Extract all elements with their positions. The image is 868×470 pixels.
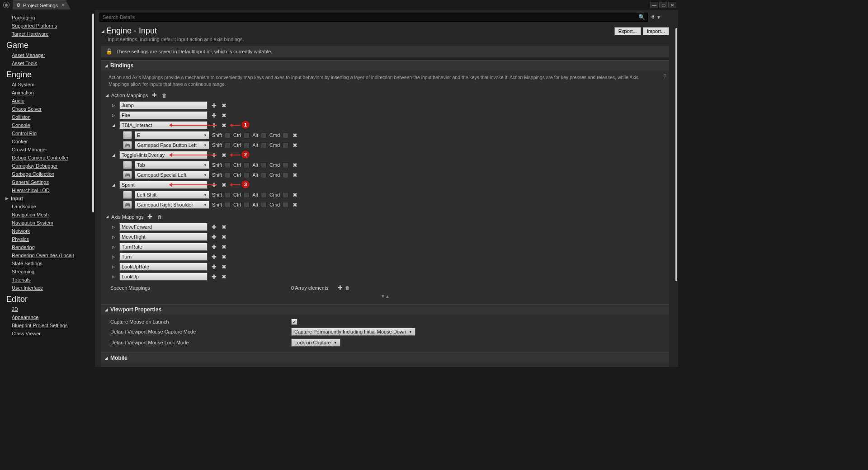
checkbox[interactable]: ✔ bbox=[291, 319, 297, 325]
add-icon[interactable]: ✚ bbox=[210, 102, 217, 109]
sidebar-item-navigation-mesh[interactable]: Navigation Mesh bbox=[6, 211, 95, 219]
key-select[interactable]: Gamepad Special Left▼ bbox=[135, 171, 209, 179]
sidebar-item-gameplay-debugger[interactable]: Gameplay Debugger bbox=[6, 162, 95, 170]
sidebar-item-debug-camera-controller[interactable]: Debug Camera Controller bbox=[6, 154, 95, 162]
keyboard-icon[interactable]: ⌨ bbox=[123, 131, 132, 139]
cmd-checkbox[interactable] bbox=[283, 132, 288, 138]
view-options-icon[interactable]: 👁 ▾ bbox=[651, 14, 660, 20]
sidebar-item-supported-platforms[interactable]: Supported Platforms bbox=[6, 22, 95, 30]
sidebar-item-2d[interactable]: 2D bbox=[6, 305, 95, 313]
add-icon[interactable]: ✚ bbox=[210, 122, 217, 129]
sidebar-item-crowd-manager[interactable]: Crowd Manager bbox=[6, 146, 95, 154]
sidebar-item-asset-tools[interactable]: Asset Tools bbox=[6, 59, 95, 67]
remove-icon[interactable]: ✖ bbox=[291, 132, 298, 139]
sidebar-item-chaos-solver[interactable]: Chaos Solver bbox=[6, 105, 95, 113]
remove-icon[interactable]: ✖ bbox=[220, 122, 227, 129]
remove-icon[interactable]: ✖ bbox=[291, 192, 298, 198]
expand-icon[interactable]: ▷ bbox=[112, 113, 117, 118]
ctrl-checkbox[interactable] bbox=[244, 132, 250, 138]
import-button[interactable]: Import... bbox=[643, 27, 669, 35]
add-icon[interactable]: ✚ bbox=[210, 182, 217, 188]
trash-icon[interactable]: 🗑 bbox=[156, 214, 164, 220]
remove-icon[interactable]: ✖ bbox=[220, 254, 227, 260]
axis-name-input[interactable] bbox=[119, 253, 208, 261]
shift-checkbox[interactable] bbox=[225, 172, 231, 178]
sidebar-item-physics[interactable]: Physics bbox=[6, 235, 95, 243]
alt-checkbox[interactable] bbox=[261, 162, 267, 168]
sidebar-item-control-rig[interactable]: Control Rig bbox=[6, 129, 95, 137]
add-icon[interactable]: ✚ bbox=[337, 284, 344, 291]
search-input[interactable] bbox=[99, 13, 648, 22]
sidebar-item-class-viewer[interactable]: Class Viewer bbox=[6, 329, 95, 338]
sidebar-item-asset-manager[interactable]: Asset Manager bbox=[6, 51, 95, 59]
expand-icon[interactable]: ▷ bbox=[112, 235, 117, 239]
shift-checkbox[interactable] bbox=[225, 202, 231, 208]
cmd-checkbox[interactable] bbox=[283, 142, 288, 148]
alt-checkbox[interactable] bbox=[261, 142, 267, 148]
add-icon[interactable]: ✚ bbox=[210, 254, 217, 260]
trash-icon[interactable]: 🗑 bbox=[344, 285, 351, 291]
remove-icon[interactable]: ✖ bbox=[220, 182, 227, 188]
expand-icon[interactable]: ◢ bbox=[112, 153, 117, 157]
sidebar-item-user-interface[interactable]: User Interface bbox=[6, 284, 95, 292]
sidebar-item-slate-settings[interactable]: Slate Settings bbox=[6, 259, 95, 268]
dropdown[interactable]: Lock on Capture▼ bbox=[291, 338, 340, 347]
collapse-icon[interactable]: ◢ bbox=[101, 29, 104, 33]
expand-icon[interactable]: ▷ bbox=[112, 103, 117, 108]
close-button[interactable]: ✕ bbox=[668, 2, 676, 8]
remove-icon[interactable]: ✖ bbox=[291, 162, 298, 169]
gamepad-icon[interactable]: 🎮 bbox=[123, 171, 132, 179]
trash-icon[interactable]: 🗑 bbox=[160, 93, 168, 98]
sidebar-item-packaging[interactable]: Packaging bbox=[6, 14, 95, 22]
section-header-viewport[interactable]: ◢ Viewport Properties bbox=[101, 304, 669, 315]
sidebar-item-input[interactable]: Input bbox=[11, 194, 23, 202]
remove-icon[interactable]: ✖ bbox=[291, 142, 298, 149]
remove-icon[interactable]: ✖ bbox=[220, 112, 227, 119]
key-select[interactable]: Left Shift▼ bbox=[135, 191, 209, 199]
maximize-button[interactable]: ▭ bbox=[659, 2, 667, 8]
ctrl-checkbox[interactable] bbox=[244, 162, 250, 168]
cmd-checkbox[interactable] bbox=[283, 162, 288, 168]
add-icon[interactable]: ✚ bbox=[210, 112, 217, 119]
sidebar-item-streaming[interactable]: Streaming bbox=[6, 268, 95, 276]
shift-checkbox[interactable] bbox=[225, 132, 231, 138]
add-icon[interactable]: ✚ bbox=[210, 244, 217, 250]
expand-icon[interactable]: ▷ bbox=[112, 225, 117, 229]
help-icon[interactable]: ? bbox=[663, 73, 666, 80]
cmd-checkbox[interactable] bbox=[283, 172, 288, 178]
close-icon[interactable]: ✕ bbox=[61, 2, 65, 8]
action-name-input[interactable] bbox=[119, 101, 208, 109]
add-icon[interactable]: ✚ bbox=[210, 234, 217, 240]
expand-icon[interactable]: ▷ bbox=[112, 255, 117, 259]
sidebar-item-audio[interactable]: Audio bbox=[6, 97, 95, 105]
axis-name-input[interactable] bbox=[119, 223, 208, 231]
action-name-input[interactable] bbox=[119, 121, 208, 129]
alt-checkbox[interactable] bbox=[261, 202, 267, 208]
keyboard-icon[interactable]: ⌨ bbox=[123, 161, 132, 169]
cmd-checkbox[interactable] bbox=[283, 202, 288, 208]
cmd-checkbox[interactable] bbox=[283, 192, 288, 198]
remove-icon[interactable]: ✖ bbox=[220, 273, 227, 280]
axis-name-input[interactable] bbox=[119, 243, 208, 251]
action-name-input[interactable] bbox=[119, 151, 208, 159]
remove-icon[interactable]: ✖ bbox=[220, 224, 227, 230]
remove-icon[interactable]: ✖ bbox=[220, 152, 227, 159]
keyboard-icon[interactable]: ⌨ bbox=[123, 191, 132, 199]
sidebar-item-console[interactable]: Console bbox=[6, 121, 95, 129]
key-select[interactable]: E▼ bbox=[135, 131, 209, 139]
dropdown[interactable]: Capture Permanently Including Initial Mo… bbox=[291, 328, 415, 336]
add-icon[interactable]: ✚ bbox=[210, 224, 217, 230]
alt-checkbox[interactable] bbox=[261, 172, 267, 178]
add-icon[interactable]: ✚ bbox=[210, 152, 217, 159]
tab-project-settings[interactable]: ⚙ Project Settings ✕ bbox=[13, 0, 71, 9]
ctrl-checkbox[interactable] bbox=[244, 192, 250, 198]
sidebar-item-network[interactable]: Network bbox=[6, 227, 95, 235]
expand-icon[interactable]: ◢ bbox=[112, 183, 117, 187]
sidebar-item-rendering-overrides-local-[interactable]: Rendering Overrides (Local) bbox=[6, 251, 95, 259]
action-name-input[interactable] bbox=[119, 181, 208, 189]
action-name-input[interactable] bbox=[119, 111, 208, 119]
shift-checkbox[interactable] bbox=[225, 192, 231, 198]
scrollbar[interactable] bbox=[675, 28, 677, 281]
sidebar-item-appearance[interactable]: Appearance bbox=[6, 313, 95, 321]
sidebar-item-collision[interactable]: Collision bbox=[6, 113, 95, 121]
